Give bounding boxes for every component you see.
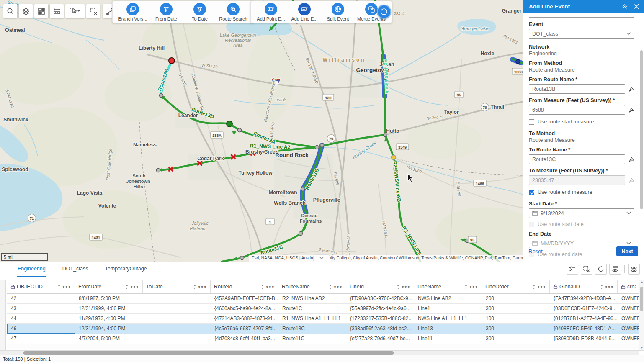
column-header-objectid[interactable]: OBJECTID●●● xyxy=(7,280,75,293)
table-cell[interactable]: 12/31/1994, 4:00 PM xyxy=(75,324,143,334)
select-tool-button[interactable] xyxy=(65,4,85,18)
pick-from-route-button[interactable] xyxy=(625,86,634,92)
vertex-marker[interactable] xyxy=(157,169,160,172)
table-cell[interactable]: Route13C xyxy=(278,324,346,334)
table-row[interactable]: 4411/29/1973, 4:00 PM{47214AB3-6882-4873… xyxy=(7,314,639,324)
table-cell[interactable]: {47214AB3-6882-4873-94... xyxy=(211,314,278,323)
use-route-end-measure-checkbox[interactable]: Use route end measure xyxy=(529,189,635,195)
red-point-marker[interactable] xyxy=(169,58,175,64)
table-cell[interactable]: {03D6EC3D-61E7-424C-9... xyxy=(550,304,618,313)
table-cell[interactable]: 300 xyxy=(482,304,550,313)
from-date-button[interactable]: From Date xyxy=(150,3,182,21)
panel-scrollbar[interactable] xyxy=(640,17,643,255)
table-cell[interactable]: {393ad56f-2a63-48fd-bc2... xyxy=(346,324,414,334)
table-cell[interactable]: NWS Line AB2 xyxy=(414,294,482,303)
next-button[interactable]: Next xyxy=(616,246,638,256)
scrollbar-thumb[interactable] xyxy=(640,50,643,209)
table-cell[interactable]: 4/7/2004, 5:00 PM xyxy=(75,334,143,344)
table-cell[interactable]: 100 xyxy=(482,314,550,323)
clear-table-selection-button[interactable] xyxy=(581,264,592,275)
column-menu-icon[interactable]: ●●● xyxy=(266,285,275,289)
scrollbar-thumb[interactable] xyxy=(23,351,394,355)
table-cell[interactable]: Route1C xyxy=(278,304,346,313)
column-menu-icon[interactable]: ●●● xyxy=(537,285,546,289)
add-point-event-button[interactable]: Add Point E... xyxy=(255,3,287,21)
table-cell[interactable] xyxy=(143,294,211,303)
start-date-picker[interactable]: 9/13/2024 xyxy=(529,208,634,218)
route-search-button[interactable]: Route Search xyxy=(217,3,249,21)
sort-icon[interactable] xyxy=(261,285,264,289)
table-cell[interactable]: 46 xyxy=(7,324,75,334)
column-header-lineid[interactable]: LineId●●● xyxy=(346,280,414,293)
column-header-routename[interactable]: RouteName●●● xyxy=(278,280,346,293)
table-cell[interactable]: {FA47E394-92F8-4D3B-A... xyxy=(550,294,618,303)
from-measure-input[interactable] xyxy=(529,105,625,115)
table-cell[interactable]: 300 xyxy=(482,334,550,344)
table-cell[interactable]: {012B70B1-A2F7-4A4F-96... xyxy=(550,314,618,323)
vertex-marker[interactable] xyxy=(315,146,319,149)
scrollbar-thumb[interactable] xyxy=(640,287,643,311)
vertex-marker[interactable] xyxy=(299,232,303,236)
table-cell[interactable]: OWNER xyxy=(618,314,639,323)
column-header-fromdate[interactable]: FromDate●●● xyxy=(75,280,143,293)
table-cell[interactable]: {ef277a28-79d6-40d7-be... xyxy=(346,334,414,344)
table-row[interactable]: 474/7/2004, 5:00 PM{4d7084c8-6cf4-40f1-b… xyxy=(7,334,639,344)
table-cell[interactable]: 44 xyxy=(7,314,75,323)
table-cell[interactable]: {4d7084c8-6cf4-40f1-ba3... xyxy=(211,334,278,344)
table-row[interactable]: 4312/31/1999, 4:00 PM{4600abc5-ba90-4e24… xyxy=(7,304,639,314)
table-cell[interactable]: 43 xyxy=(7,304,75,313)
map-region[interactable]: 183A13095334914661431951063179797135Oatm… xyxy=(0,0,523,262)
sort-icon[interactable] xyxy=(329,285,332,289)
tab-engineering[interactable]: Engineering xyxy=(17,262,46,277)
table-cell[interactable] xyxy=(143,314,211,323)
table-cell[interactable]: Line13 xyxy=(414,324,482,334)
table-row[interactable]: 4612/31/1994, 4:00 PM{4c5e79a6-6687-4207… xyxy=(7,324,639,334)
table-horizontal-scrollbar[interactable] xyxy=(0,350,639,355)
table-cell[interactable]: {4600abc5-ba90-4e24-8a... xyxy=(211,304,278,313)
sort-icon[interactable] xyxy=(397,285,400,289)
table-cell[interactable]: 200 xyxy=(482,294,550,303)
table-cell[interactable] xyxy=(143,334,211,344)
attribution-collapse-tab[interactable] xyxy=(313,254,330,261)
table-cell[interactable]: 8/8/1987, 5:00 PM xyxy=(75,294,143,303)
table-cell[interactable]: Line1 xyxy=(414,304,482,313)
column-menu-icon[interactable]: ●●● xyxy=(469,285,478,289)
tab-dot-class[interactable]: DOT_class xyxy=(62,262,89,277)
sort-icon[interactable] xyxy=(532,285,536,289)
reset-link[interactable]: Reset xyxy=(528,248,543,254)
column-header-routeid[interactable]: RouteId●●● xyxy=(211,280,278,293)
table-cell[interactable]: 11/29/1973, 4:00 PM xyxy=(75,314,143,323)
add-line-event-button[interactable]: Add Line E... xyxy=(289,3,320,21)
table-cell[interactable] xyxy=(143,304,211,313)
tab-temporary-outage[interactable]: TemporaryOutage xyxy=(104,262,148,277)
sort-icon[interactable] xyxy=(125,285,129,289)
close-panel-button[interactable] xyxy=(634,4,639,9)
column-menu-icon[interactable]: ●●● xyxy=(605,285,614,289)
table-cell[interactable]: R1_NWS Line A1_L1_LL1 xyxy=(278,314,346,323)
show-selected-records-button[interactable] xyxy=(567,264,578,275)
event-select[interactable]: DOT_class xyxy=(529,29,634,39)
info-button[interactable] xyxy=(377,5,391,19)
layers-button[interactable] xyxy=(19,4,33,18)
table-cell[interactable]: Line11 xyxy=(414,334,482,344)
basemap-gallery-button[interactable] xyxy=(34,4,48,18)
table-cell[interactable] xyxy=(143,324,211,334)
scroll-up-arrow[interactable]: ▲ xyxy=(640,281,644,284)
table-cell[interactable]: Route11C xyxy=(278,334,346,344)
table-cell[interactable]: OWNER xyxy=(618,304,639,313)
table-cell[interactable]: {53080D9D-ED8B-4044-9... xyxy=(550,334,618,344)
sort-icon[interactable] xyxy=(600,285,603,289)
column-menu-icon[interactable]: ●●● xyxy=(62,285,71,289)
column-header-lineorder[interactable]: LineOrder●●● xyxy=(482,280,550,293)
column-menu-icon[interactable]: ●●● xyxy=(198,285,207,289)
hide-fields-button[interactable] xyxy=(609,264,621,275)
column-header-globalid[interactable]: GlobalID●●● xyxy=(550,280,618,293)
sort-icon[interactable] xyxy=(57,285,61,289)
column-header-todate[interactable]: ToDate●●● xyxy=(143,280,211,293)
column-menu-icon[interactable]: ●●● xyxy=(334,285,343,289)
table-cell[interactable]: OWNER xyxy=(618,324,639,334)
table-cell[interactable]: {0408E0FC-5E49-48D1-A... xyxy=(550,324,618,334)
scroll-down-arrow[interactable]: ▼ xyxy=(640,346,644,349)
table-cell[interactable]: 47 xyxy=(7,334,75,344)
measure-button[interactable] xyxy=(50,4,64,18)
